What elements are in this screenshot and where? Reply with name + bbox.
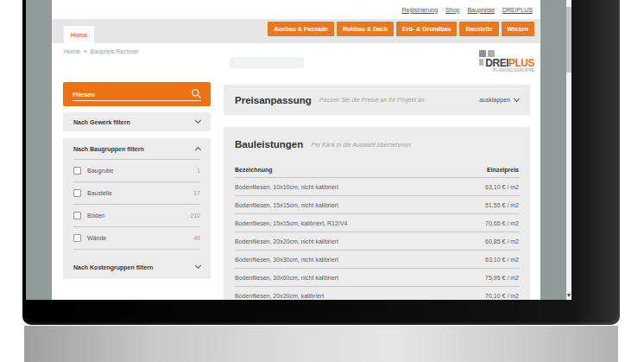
row-price: 63,10 € / m2 [485,257,519,263]
table-row[interactable]: Bodenfliesen, 15x15cm, kalibriert, R12/V… [235,213,519,232]
nav-button-erd-grundbau[interactable]: Erd- & Grundbau [396,22,457,36]
search-input[interactable] [73,91,185,98]
filter-option-boeden[interactable]: Böden 210 [73,204,200,226]
logo-square-icon [479,50,486,57]
filter-option-count: 49 [193,235,200,241]
divider [73,249,200,250]
preisanpassung-panel: Preisanpassung Passen Sie die Preise an … [224,85,530,115]
filter-panel-gewerk: Nach Gewerk filtern [63,112,211,131]
row-name: Bodenfliesen, 20x20cm, kalibriert [235,293,324,299]
filter-header-kostengruppen[interactable]: Nach Kostengruppen filtern [63,257,211,277]
column-header-einzelpreis: Einzelpreis [487,167,519,173]
tab-home[interactable]: Home [64,26,94,43]
row-name: Bodenfliesen, 20x20cm, nicht kalibriert [235,238,338,245]
webpage: Registrierung Shop Baupreise DREIPLUS Ho… [52,0,540,300]
nav-category-buttons: Ausbau & Fassade Rohbau & Dach Erd- & Gr… [268,19,540,43]
breadcrumb: Home » Baupreis Rechner [64,48,139,54]
table-header: Bezeichnung Einzelpreis [235,162,519,177]
section-title: Preisanpassung [235,95,312,105]
logo-subtitle: PLANUNGSGRUPPE [485,68,534,73]
chevron-down-icon [195,117,201,124]
checkbox-icon[interactable] [73,167,81,175]
link-dreiplus[interactable]: DREIPLUS [502,7,533,13]
checkbox-icon[interactable] [73,234,81,242]
search-underline [73,100,201,101]
expand-toggle-label: ausklappen [479,97,510,103]
table-row[interactable]: Bodenfliesen, 10x10cm, nicht kalibriert … [235,177,519,195]
breadcrumb-current: Baupreis Rechner [91,48,139,54]
main-content: Preisanpassung Passen Sie die Preise an … [224,85,530,300]
dreiplus-logo: DREIPLUS PLANUNGSGRUPPE [479,50,534,73]
row-price: 75,95 € / m2 [485,275,519,281]
logo-wordmark: DREIPLUS [485,59,534,67]
filter-option-count: 210 [190,213,200,219]
link-shop[interactable]: Shop [445,7,459,13]
bauleistungen-panel: Bauleistungen Per Klick in die Auswahl ü… [224,127,530,300]
filter-option-baugrube[interactable]: Baugrube 1 [73,159,200,181]
filter-option-label: Böden [87,213,104,219]
row-name: Bodenfliesen, 15x15cm, kalibriert, R12/V… [235,220,347,226]
link-registrierung[interactable]: Registrierung [401,7,438,13]
filter-option-label: Wände [87,235,106,241]
filter-header-baugruppen[interactable]: Nach Baugruppen filtern [63,138,211,159]
filter-panel-baugruppen: Nach Baugruppen filtern Baugrube 1 Baust… [63,138,211,279]
row-price: 70,65 € / m2 [485,220,519,226]
table-row[interactable]: Bodenfliesen, 30x30cm, nicht kalibriert … [235,250,519,268]
logo-square-icon [479,59,483,66]
filter-option-waende[interactable]: Wände 49 [73,226,200,249]
nav-button-ausbau-fassade[interactable]: Ausbau & Fassade [268,22,334,36]
row-price: 51,55 € / m2 [485,202,519,208]
expand-toggle[interactable]: ausklappen [479,97,519,103]
checkbox-icon[interactable] [73,212,81,219]
row-name: Bodenfliesen, 30x30cm, nicht kalibriert [235,257,338,263]
filter-option-baustelle[interactable]: Baustelle 17 [73,181,200,204]
filter-header-label: Nach Gewerk filtern [73,119,130,125]
faint-disabled-button [230,57,304,68]
logo-square-icon [488,50,495,57]
link-baupreise[interactable]: Baupreise [467,7,495,13]
scrollbar-thumb[interactable] [566,7,571,73]
search-box[interactable] [63,82,211,106]
table-row[interactable]: Bodenfliesen, 30x60cm, nicht kalibriert … [235,268,519,286]
table-row[interactable]: Bodenfliesen, 20x20cm, nicht kalibriert … [235,232,519,250]
row-name: Bodenfliesen, 30x60cm, nicht kalibriert [235,275,338,281]
main-nav: Home Ausbau & Fassade Rohbau & Dach Erd-… [52,19,540,43]
filter-header-gewerk[interactable]: Nach Gewerk filtern [63,112,211,131]
breadcrumb-home[interactable]: Home [64,48,80,54]
filter-sidebar: Nach Gewerk filtern Nach Baugruppen filt… [63,82,211,279]
breadcrumb-separator: » [84,48,87,54]
monitor-mockup: Registrierung Shop Baupreise DREIPLUS Ho… [0,0,644,362]
monitor-stand [24,326,618,362]
chevron-down-icon [195,263,201,269]
filter-header-label: Nach Kostengruppen filtern [73,264,153,270]
section-subtitle: Per Klick in die Auswahl übernehmen [311,142,411,148]
table-row[interactable]: Bodenfliesen, 20x20cm, kalibriert 70,10 … [235,286,519,300]
top-meta-bar: Registrierung Shop Baupreise DREIPLUS [52,0,540,19]
row-name: Bodenfliesen, 15x15cm, nicht kalibriert [235,202,338,208]
section-title: Bauleistungen [235,139,303,149]
row-price: 63,10 € / m2 [485,184,519,190]
chevron-up-icon [195,147,201,153]
search-icon[interactable] [191,88,202,99]
table-row[interactable]: Bodenfliesen, 15x15cm, nicht kalibriert … [235,195,519,213]
browser-viewport: Registrierung Shop Baupreise DREIPLUS Ho… [26,0,571,300]
section-subtitle: Passen Sie die Preise an Ihr Projekt an [319,97,425,103]
filter-option-count: 17 [193,190,200,196]
chevron-down-icon [514,95,520,101]
scrollbar-down-arrow-icon[interactable] [567,294,571,297]
nav-button-rohbau-dach[interactable]: Rohbau & Dach [337,22,394,36]
row-price: 70,10 € / m2 [485,293,519,299]
filter-option-label: Baugrube [87,168,113,174]
scrollbar[interactable] [566,0,571,300]
logo-squares-top [479,50,534,57]
nav-button-wissen[interactable]: Wissen [502,22,534,36]
checkbox-icon[interactable] [73,189,81,197]
row-price: 60,85 € / m2 [485,238,519,245]
filter-option-count: 1 [197,168,200,174]
column-header-bezeichnung: Bezeichnung [235,167,273,173]
filter-option-label: Baustelle [87,190,112,196]
nav-button-baustelle[interactable]: Baustelle [459,22,498,36]
filter-header-label: Nach Baugruppen filtern [73,146,144,152]
row-name: Bodenfliesen, 10x10cm, nicht kalibriert [235,184,338,190]
